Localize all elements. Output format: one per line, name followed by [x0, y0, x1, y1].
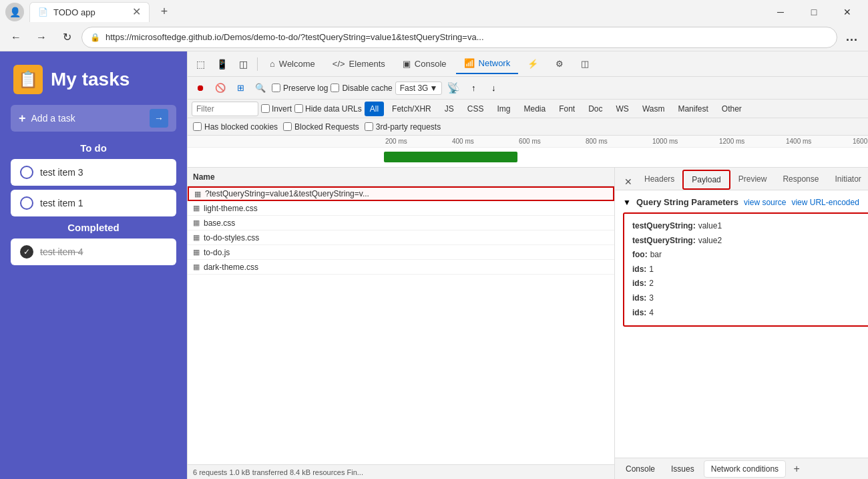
param-key-6: ids: [632, 306, 646, 321]
todo-item-completed-0[interactable]: ✓ test item 4 [11, 238, 176, 265]
param-value-1: value2 [698, 234, 722, 249]
tab-welcome[interactable]: ⌂ Welcome [262, 54, 323, 74]
has-blocked-cookies-checkbox[interactable]: Has blocked cookies [193, 122, 278, 132]
network-down-icon[interactable]: ↓ [485, 79, 502, 97]
minimize-button[interactable]: ─ [765, 3, 796, 21]
details-tab-payload[interactable]: Payload [682, 170, 730, 190]
todo-item-0[interactable]: test item 3 [11, 159, 176, 186]
request-item-0[interactable]: ▦ ?testQueryString=value1&testQueryStrin… [188, 186, 614, 201]
preserve-log-label: Preserve log [283, 84, 328, 93]
details-tab-initiator[interactable]: Initiator [827, 170, 868, 190]
back-button[interactable]: ← [5, 27, 27, 48]
invert-checkbox[interactable]: Invert [261, 104, 292, 114]
todo-item-text-completed-0: test item 4 [40, 247, 83, 257]
request-icon-1: ▦ [193, 204, 200, 212]
forward-button[interactable]: → [31, 27, 52, 48]
tab-elements[interactable]: </> Elements [324, 54, 393, 74]
blocked-requests-checkbox[interactable]: Blocked Requests [283, 122, 359, 132]
record-button[interactable]: ⏺ [192, 79, 209, 97]
preserve-log-checkbox[interactable]: Preserve log [272, 84, 328, 93]
network-up-icon[interactable]: ↑ [465, 79, 482, 97]
requests-list: ▦ ?testQueryString=value1&testQueryStrin… [188, 186, 614, 464]
close-button[interactable]: ✕ [832, 3, 863, 21]
filter-chip-css[interactable]: CSS [462, 102, 489, 116]
todo-checkbox-1[interactable] [20, 196, 33, 210]
browser-more-button[interactable]: ... [841, 27, 863, 48]
bottom-tab-console[interactable]: Console [619, 460, 662, 478]
bottom-tab-network-conditions[interactable]: Network conditions [704, 460, 786, 478]
filter-chip-ws[interactable]: WS [611, 102, 634, 116]
application-icon: ◫ [581, 59, 589, 69]
address-bar[interactable]: 🔒 https://microsoftedge.github.io/Demos/… [81, 27, 837, 48]
details-tab-headers[interactable]: Headers [636, 170, 682, 190]
details-pane: ✕ Headers Payload Preview Response Initi… [615, 168, 868, 479]
bottom-tab-network-conditions-label: Network conditions [711, 464, 779, 474]
filter-chip-manifest[interactable]: Manifest [672, 102, 713, 116]
details-close-button[interactable]: ✕ [620, 174, 636, 190]
address-text: https://microsoftedge.github.io/Demos/de… [105, 32, 484, 42]
devtools-panel-button[interactable]: ◫ [233, 54, 253, 74]
filter-chip-js[interactable]: JS [439, 102, 459, 116]
filter-input[interactable] [192, 102, 258, 116]
tab-settings[interactable]: ⚙ [548, 54, 572, 74]
view-source-link[interactable]: view source [744, 198, 786, 207]
tab-close-button[interactable]: ✕ [132, 7, 141, 17]
filter-chip-media[interactable]: Media [518, 102, 551, 116]
filter-chip-all[interactable]: All [365, 102, 384, 116]
param-key-0: testQueryString: [632, 219, 696, 234]
todo-checkbox-completed-0[interactable]: ✓ [20, 245, 33, 259]
devtools-panel: ⬚ 📱 ◫ ⌂ Welcome </> Elements ▣ Console 📶… [187, 51, 868, 479]
tab-performance[interactable]: ⚡ [519, 54, 546, 74]
tick-1400: 1400 ms [785, 138, 851, 145]
tab-network[interactable]: 📶 Network [456, 54, 519, 74]
request-item-2[interactable]: ▦ base.css [188, 216, 614, 230]
details-tab-response[interactable]: Response [775, 170, 827, 190]
devtools-inspect-button[interactable]: ⬚ [190, 54, 210, 74]
filter-chip-img[interactable]: Img [491, 102, 515, 116]
disable-cache-label: Disable cache [342, 84, 392, 93]
todo-checkbox-0[interactable] [20, 166, 33, 179]
request-item-5[interactable]: ▦ dark-theme.css [188, 260, 614, 275]
tick-800: 800 ms [584, 138, 651, 145]
request-item-4[interactable]: ▦ to-do.js [188, 245, 614, 260]
restore-button[interactable]: □ [799, 3, 829, 21]
filter-button[interactable]: ⊞ [232, 79, 249, 97]
add-task-bar[interactable]: + Add a task → [11, 105, 176, 132]
performance-icon: ⚡ [527, 59, 538, 69]
throttle-selector[interactable]: Fast 3G ▼ [395, 82, 443, 95]
view-url-encoded-link[interactable]: view URL-encoded [791, 198, 859, 207]
new-tab-button[interactable]: + [155, 3, 174, 21]
tab-console[interactable]: ▣ Console [395, 54, 455, 74]
tab-application[interactable]: ◫ [573, 54, 597, 74]
bottom-tab-add-button[interactable]: + [789, 461, 805, 477]
third-party-checkbox[interactable]: 3rd-party requests [365, 122, 441, 132]
filter-chip-wasm[interactable]: Wasm [637, 102, 670, 116]
filter-chip-font[interactable]: Font [554, 102, 580, 116]
bottom-tab-issues[interactable]: Issues [664, 460, 701, 478]
request-name-5: dark-theme.css [204, 263, 258, 272]
filter-chip-fetchxhr[interactable]: Fetch/XHR [387, 102, 437, 116]
param-row-4: ids: 2 [632, 277, 868, 291]
request-item-1[interactable]: ▦ light-theme.css [188, 201, 614, 216]
request-icon-0: ▦ [194, 190, 201, 198]
devtools-device-button[interactable]: 📱 [212, 54, 232, 74]
details-tab-preview[interactable]: Preview [730, 170, 775, 190]
hide-data-urls-checkbox[interactable]: Hide data URLs [294, 104, 362, 114]
todo-item-1[interactable]: test item 1 [11, 190, 176, 216]
disable-cache-checkbox[interactable]: Disable cache [331, 84, 392, 93]
request-icon-3: ▦ [193, 233, 200, 242]
tick-1000: 1000 ms [651, 138, 718, 145]
todo-item-text-1: test item 1 [40, 198, 83, 208]
search-button[interactable]: 🔍 [252, 79, 269, 97]
settings-gear-icon: ⚙ [556, 59, 564, 69]
param-value-2: bar [650, 248, 662, 263]
browser-tab[interactable]: 📄 TODO app ✕ [29, 2, 150, 22]
filter-chip-other[interactable]: Other [716, 102, 747, 116]
throttle-dropdown-icon: ▼ [429, 84, 437, 93]
refresh-button[interactable]: ↻ [56, 27, 77, 48]
network-offline-icon[interactable]: 📡 [445, 79, 462, 97]
clear-button[interactable]: 🚫 [212, 79, 229, 97]
request-item-3[interactable]: ▦ to-do-styles.css [188, 230, 614, 245]
filter-chip-doc[interactable]: Doc [583, 102, 608, 116]
timeline-waterfall [188, 148, 868, 166]
